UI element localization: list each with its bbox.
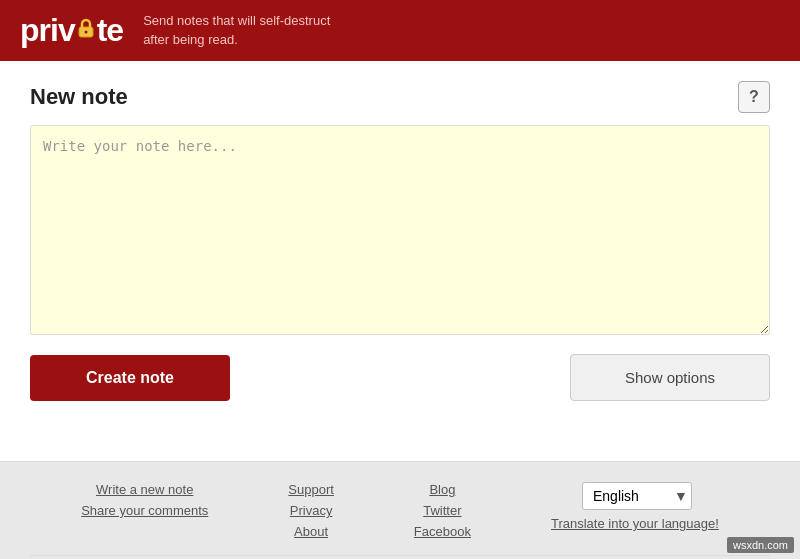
watermark: wsxdn.com bbox=[727, 537, 794, 553]
support-link[interactable]: Support bbox=[288, 482, 334, 497]
new-note-header: New note ? bbox=[30, 81, 770, 113]
language-section: English Français Deutsch Español Italian… bbox=[551, 482, 719, 539]
share-comments-link[interactable]: Share your comments bbox=[81, 503, 208, 518]
twitter-link[interactable]: Twitter bbox=[423, 503, 461, 518]
logo-te: te bbox=[97, 12, 123, 48]
footer-links: Write a new note Share your comments Sup… bbox=[30, 482, 770, 539]
footer-col-1: Write a new note Share your comments bbox=[81, 482, 208, 539]
footer-col-3: Blog Twitter Facebook bbox=[414, 482, 471, 539]
privacy-link[interactable]: Privacy bbox=[290, 503, 333, 518]
logo-priv: priv bbox=[20, 12, 75, 48]
logo-container: priv te bbox=[20, 12, 123, 49]
help-button[interactable]: ? bbox=[738, 81, 770, 113]
note-textarea[interactable] bbox=[30, 125, 770, 335]
translate-link[interactable]: Translate into your language! bbox=[551, 516, 719, 531]
actions-row: Create note Show options bbox=[30, 354, 770, 401]
footer: Write a new note Share your comments Sup… bbox=[0, 461, 800, 559]
page-title: New note bbox=[30, 84, 128, 110]
language-select-wrapper: English Français Deutsch Español Italian… bbox=[582, 482, 688, 510]
facebook-link[interactable]: Facebook bbox=[414, 524, 471, 539]
show-options-button[interactable]: Show options bbox=[570, 354, 770, 401]
header: priv te Send notes that will self-destru… bbox=[0, 0, 800, 61]
footer-col-2: Support Privacy About bbox=[288, 482, 334, 539]
lock-icon bbox=[75, 10, 97, 47]
create-note-button[interactable]: Create note bbox=[30, 355, 230, 401]
write-new-note-link[interactable]: Write a new note bbox=[96, 482, 193, 497]
blog-link[interactable]: Blog bbox=[429, 482, 455, 497]
about-link[interactable]: About bbox=[294, 524, 328, 539]
footer-bottom: Privnote Ver. 1.1-24-gffcdb2d / 2016-09-… bbox=[30, 555, 770, 559]
logo: priv te bbox=[20, 12, 123, 49]
header-tagline: Send notes that will self-destruct after… bbox=[143, 12, 343, 48]
language-select[interactable]: English Français Deutsch Español Italian… bbox=[582, 482, 692, 510]
main-content: New note ? Create note Show options bbox=[0, 61, 800, 461]
svg-point-1 bbox=[84, 31, 87, 34]
